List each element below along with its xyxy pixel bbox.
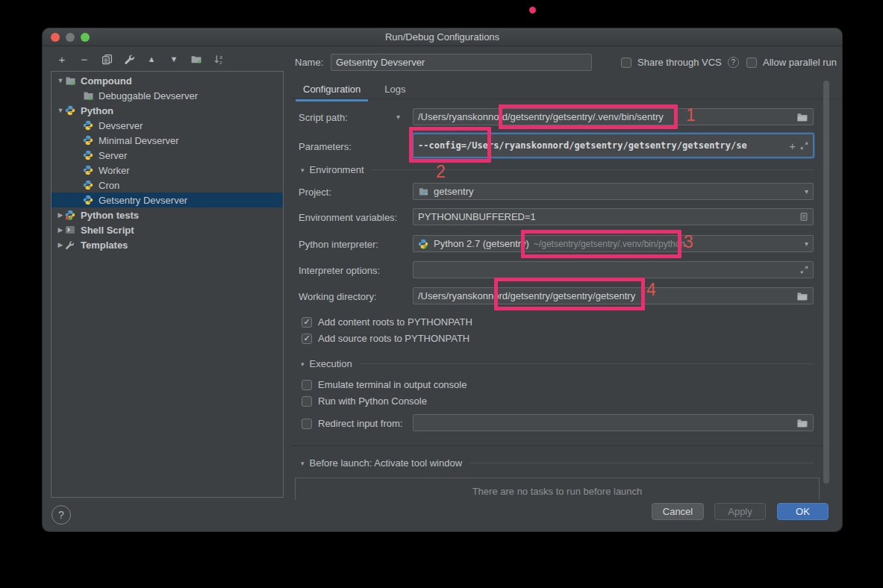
- env-vars-label: Environment variables:: [299, 212, 397, 223]
- tree-item-server[interactable]: Server: [52, 148, 283, 163]
- tree-item-label: Python tests: [81, 210, 139, 221]
- tab-configuration[interactable]: Configuration: [296, 82, 368, 99]
- expand-field-icon[interactable]: [796, 266, 808, 274]
- emulate-terminal-label: Emulate terminal in output console: [318, 379, 467, 390]
- environment-section-header[interactable]: ▾ Environment: [301, 164, 814, 175]
- python-icon: [83, 165, 95, 175]
- close-window-icon[interactable]: [51, 33, 60, 42]
- annotation-dot: [529, 7, 536, 13]
- browse-folder-icon[interactable]: [792, 291, 808, 301]
- new-folder-icon: [190, 54, 202, 65]
- add-content-roots-checkbox[interactable]: ✓: [302, 317, 312, 328]
- expand-arrow-icon[interactable]: ▼: [56, 107, 65, 114]
- env-vars-input[interactable]: [418, 211, 795, 222]
- collapse-arrow-icon[interactable]: ▶: [56, 241, 65, 248]
- run-debug-configurations-dialog: Run/Debug Configurations + − ▲ ▼ az ▼ Co…: [43, 28, 842, 531]
- redirect-input-row: Redirect input from:: [302, 418, 402, 429]
- collapse-arrow-icon[interactable]: ▶: [56, 211, 65, 219]
- add-macro-icon[interactable]: +: [784, 140, 796, 152]
- allow-parallel-row: Allow parallel run: [746, 57, 837, 68]
- add-source-roots-row: ✓ Add source roots to PYTHONPATH: [302, 333, 469, 344]
- copy-configuration-button[interactable]: [99, 51, 114, 66]
- before-launch-title: Before launch: Activate tool window: [310, 457, 463, 469]
- dropdown-caret-icon[interactable]: ▾: [800, 187, 808, 196]
- wrench-icon: [124, 54, 135, 65]
- redirect-input-checkbox[interactable]: [302, 419, 312, 429]
- python-icon: [83, 195, 95, 205]
- vertical-scrollbar[interactable]: [823, 81, 829, 484]
- python-console-checkbox[interactable]: [302, 396, 312, 407]
- name-field[interactable]: [331, 54, 592, 71]
- tree-item-getsentry-devserver[interactable]: Getsentry Devserver: [52, 193, 283, 207]
- tree-item-python[interactable]: ▼ Python: [52, 103, 283, 118]
- add-source-roots-checkbox[interactable]: ✓: [302, 334, 312, 344]
- working-dir-label: Working directory:: [299, 291, 377, 302]
- annotation-number-1: 1: [686, 105, 696, 125]
- window-title: Run/Debug Configurations: [43, 28, 842, 46]
- expand-field-icon[interactable]: [796, 142, 808, 150]
- apply-button[interactable]: Apply: [714, 503, 766, 520]
- expand-arrow-icon[interactable]: ▼: [56, 77, 65, 84]
- tree-item-cron[interactable]: Cron: [52, 178, 283, 193]
- svg-text:z: z: [219, 59, 222, 64]
- tree-item-devserver[interactable]: Devserver: [52, 118, 283, 133]
- tree-item-shell-script[interactable]: ▶ Shell Script: [52, 222, 283, 237]
- ok-button[interactable]: OK: [777, 503, 829, 520]
- dropdown-caret-icon[interactable]: ▾: [800, 240, 808, 248]
- titlebar[interactable]: Run/Debug Configurations: [43, 28, 842, 46]
- move-up-button[interactable]: ▲: [144, 51, 159, 66]
- tree-item-minimal-devserver[interactable]: Minimal Devserver: [52, 133, 283, 148]
- help-button[interactable]: ?: [52, 505, 71, 525]
- tree-item-python-tests[interactable]: ▶ Python tests: [52, 207, 283, 222]
- remove-configuration-button[interactable]: −: [77, 51, 92, 66]
- section-collapse-icon[interactable]: ▾: [301, 166, 305, 174]
- annotation-box-4: [494, 278, 645, 310]
- browse-folder-icon[interactable]: [792, 418, 808, 428]
- tree-item-debuggable-devserver[interactable]: Debuggable Devserver: [52, 88, 283, 103]
- tree-item-label: Getsentry Devserver: [99, 195, 187, 206]
- sort-configurations-button[interactable]: az: [211, 51, 226, 66]
- annotation-number-2: 2: [436, 162, 446, 182]
- interpreter-label: Python interpreter:: [299, 239, 378, 250]
- python-icon: [83, 150, 95, 160]
- browse-folder-icon[interactable]: [792, 112, 808, 122]
- tab-logs[interactable]: Logs: [377, 82, 413, 99]
- edit-templates-button[interactable]: [122, 51, 137, 66]
- interpreter-options-field[interactable]: [413, 261, 814, 278]
- allow-parallel-checkbox[interactable]: [746, 57, 757, 68]
- tree-item-templates[interactable]: ▶ Templates: [52, 237, 283, 252]
- script-path-caret-icon[interactable]: ▾: [396, 113, 400, 121]
- tree-item-compound[interactable]: ▼ Compound: [52, 73, 283, 88]
- emulate-terminal-checkbox[interactable]: [302, 380, 312, 390]
- share-vcs-checkbox[interactable]: [621, 57, 631, 68]
- redirect-input-field[interactable]: [413, 414, 814, 431]
- before-launch-section-header[interactable]: ▾ Before launch: Activate tool window: [301, 457, 814, 469]
- redirect-input-input[interactable]: [418, 417, 792, 428]
- section-collapse-icon[interactable]: ▾: [301, 360, 305, 368]
- annotation-number-3: 3: [684, 232, 693, 252]
- zoom-window-icon[interactable]: [81, 33, 90, 42]
- minimize-window-icon[interactable]: [66, 33, 75, 42]
- section-collapse-icon[interactable]: ▾: [301, 460, 305, 467]
- edit-list-icon[interactable]: [795, 212, 808, 222]
- interpreter-options-input[interactable]: [418, 264, 796, 275]
- sort-az-icon: az: [213, 54, 225, 65]
- collapse-arrow-icon[interactable]: ▶: [56, 226, 65, 234]
- move-down-button[interactable]: ▼: [166, 51, 181, 66]
- before-launch-empty-text: There are no tasks to run before launch: [295, 486, 820, 497]
- cancel-button[interactable]: Cancel: [652, 503, 704, 520]
- env-vars-field[interactable]: [413, 208, 814, 225]
- section-rule: [360, 363, 814, 364]
- add-configuration-button[interactable]: +: [54, 51, 69, 66]
- content-divider: [291, 445, 824, 446]
- copy-icon: [102, 54, 113, 65]
- project-dropdown[interactable]: getsentry ▾: [413, 183, 814, 200]
- name-input[interactable]: [336, 57, 587, 68]
- execution-section-header[interactable]: ▾ Execution: [301, 358, 814, 369]
- python-icon: [83, 135, 95, 146]
- python-icon: [83, 180, 95, 190]
- project-folder-icon: [418, 187, 430, 197]
- new-folder-button[interactable]: [189, 51, 204, 66]
- tree-item-worker[interactable]: Worker: [52, 163, 283, 178]
- vcs-help-icon[interactable]: ?: [728, 57, 739, 68]
